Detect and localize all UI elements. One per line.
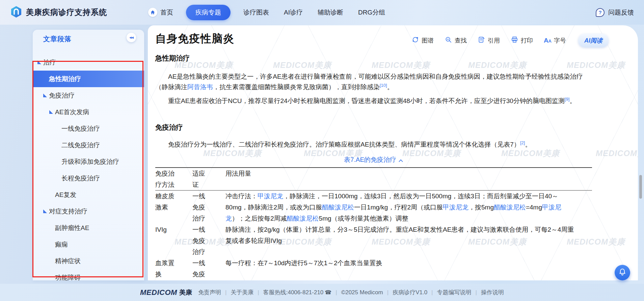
sidebar-item-长程免疫治疗[interactable]: 长程免疫治疗 — [33, 170, 144, 186]
drug-link[interactable]: 龙 — [225, 215, 232, 222]
sidebar-item-label: AE复发 — [55, 191, 76, 199]
scrollbar-thumb[interactable] — [639, 175, 642, 199]
sidebar-item-一线免疫治疗[interactable]: 一线免疫治疗 — [33, 120, 144, 137]
tree-expand-caret-icon[interactable] — [49, 110, 53, 114]
citation-ref[interactable]: [10] — [380, 83, 387, 88]
drug-link[interactable]: 醋酸泼尼松 — [494, 204, 526, 211]
sidebar-item-免疫治疗[interactable]: 免疫治疗 — [33, 87, 144, 104]
sidebar-item-label: 治疗 — [43, 58, 56, 67]
sidebar-item-label: 长程免疫治疗 — [61, 174, 100, 183]
sidebar-collapse-button[interactable]: ◀◀ — [127, 33, 136, 42]
sidebar-item-升级和添加免疫治疗[interactable]: 升级和添加免疫治疗 — [33, 153, 144, 170]
table-row: 糖皮质激素一线免疫治疗冲击疗法：甲泼尼龙，静脉滴注，一日1000mg，连续3日，… — [155, 191, 592, 224]
citation-ref[interactable]: [2] — [520, 140, 525, 145]
ai-assistant-floating-button[interactable] — [615, 265, 630, 280]
app-title: 美康疾病诊疗支持系统 — [26, 7, 107, 18]
sidebar-item-癫痫[interactable]: 癫痫 — [33, 236, 144, 253]
footer-hotline: 客服热线:4006-821-210 — [263, 289, 324, 296]
sidebar-item-label: 二线免疫治疗 — [61, 141, 100, 150]
tree-expand-caret-icon[interactable] — [43, 94, 47, 97]
sidebar-item-急性期治疗[interactable]: 急性期治疗 — [33, 71, 144, 87]
page-title: 自身免疫性脑炎 — [155, 31, 235, 46]
sidebar-item-AE首次发病[interactable]: AE首次发病 — [33, 104, 144, 120]
sidebar-item-副肿瘤性AE[interactable]: 副肿瘤性AE — [33, 220, 144, 236]
app-brand[interactable]: 美康疾病诊疗支持系统 — [10, 5, 107, 20]
feedback-button[interactable]: ? 问题反馈 — [596, 8, 634, 17]
sidebar-title: 文章段落 — [43, 35, 72, 43]
footer-logo-cn: 美康 — [179, 288, 192, 297]
nav-drg[interactable]: DRG分组 — [351, 8, 393, 17]
cell-method: 糖皮质激素 — [155, 191, 192, 224]
paragraph: 免疫治疗分为一线治疗、二线治疗和长程免疫治疗。治疗策略应根据AE抗体类型、病情严… — [155, 139, 592, 150]
nav-charts[interactable]: 诊疗图表 — [236, 8, 276, 17]
sidebar-item-label: 功能障碍 — [55, 273, 81, 281]
find-tool[interactable]: 查找 — [445, 36, 467, 45]
assistant-bell-icon — [618, 268, 627, 278]
footer-separator: | — [258, 289, 259, 296]
app-logo-icon — [10, 5, 22, 20]
drug-link[interactable]: 阿昔洛韦 — [187, 83, 213, 91]
collapse-table-icon — [398, 159, 403, 162]
sidebar-item-label: 升级和添加免疫治疗 — [61, 157, 119, 166]
table-row: IVIg一线免疫治疗静脉滴注，按2g/kg（体重）计算总量，分3～5日完成治疗。… — [155, 224, 592, 257]
cell-usage: 静脉滴注，按2g/kg（体重）计算总量，分3～5日完成治疗。重症AE和复发性AE… — [225, 224, 592, 257]
citation-tool[interactable]: 引用 — [478, 36, 500, 45]
drug-link[interactable]: 醋酸泼尼松 — [287, 215, 319, 222]
sidebar-item-label: AE首次发病 — [55, 108, 89, 117]
table7-caption-link[interactable]: 表7.AE的免疫治疗 — [155, 156, 592, 164]
drug-link[interactable]: 甲泼尼龙 — [443, 204, 468, 211]
sidebar-item-label: 急性期治疗 — [49, 75, 81, 83]
col-header-indication: 适应证 — [192, 168, 225, 191]
footer-separator: | — [387, 289, 388, 296]
sidebar-item-label: 癫痫 — [55, 240, 68, 249]
sidebar-item-label: 一线免疫治疗 — [61, 124, 100, 133]
sidebar-item-精神症状[interactable]: 精神症状 — [33, 253, 144, 269]
sidebar-item-二线免疫治疗[interactable]: 二线免疫治疗 — [33, 137, 144, 153]
article-body: 急性期治疗 AE是急性脑炎的主要类型之一，许多AE患者在进行脑脊液检查前，可能难… — [148, 53, 638, 280]
font-size-icon: AA — [544, 37, 552, 44]
footer-separator: | — [225, 289, 226, 296]
citation-ref[interactable]: [9] — [565, 97, 569, 102]
sidebar-item-AE复发[interactable]: AE复发 — [33, 186, 144, 203]
sidebar-item-label: 副肿瘤性AE — [55, 224, 89, 232]
nav-assist-diagnosis[interactable]: 辅助诊断 — [310, 8, 351, 17]
citation-icon — [478, 36, 485, 45]
article-toolbar: 图谱 查找 引用 — [411, 34, 609, 47]
outline-tree: 治疗急性期治疗免疫治疗AE首次发病一线免疫治疗二线免疫治疗升级和添加免疫治疗长程… — [33, 54, 144, 280]
search-icon — [445, 36, 452, 45]
footer-logo-en: MEDICOM — [140, 288, 177, 297]
footer-disclaimer-link[interactable]: 免责声明 — [198, 289, 221, 296]
tree-expand-caret-icon[interactable] — [43, 209, 47, 213]
drug-link[interactable]: 甲泼尼 — [542, 204, 561, 211]
sidebar-item-label: 对症支持治疗 — [49, 207, 87, 216]
top-navbar: 美康疾病诊疗支持系统 首页 疾病专题 诊疗图表 AI诊疗 辅助诊断 DRG分组 … — [0, 0, 644, 25]
tree-expand-caret-icon[interactable] — [37, 60, 41, 64]
sidebar-item-对症支持治疗[interactable]: 对症支持治疗 — [33, 203, 144, 220]
article-panel: MEDICOM美康MEDICOM美康MEDICOM美康MEDICOM美康MEDI… — [148, 25, 638, 280]
sidebar-item-label: 精神症状 — [55, 257, 81, 266]
nav-home[interactable]: 首页 — [141, 8, 181, 17]
citation-label: 引用 — [488, 36, 500, 45]
table7-caption-text: 表7.AE的免疫治疗 — [344, 156, 396, 163]
drug-link[interactable]: 醋酸泼尼松 — [322, 204, 354, 211]
nav-disease-topics[interactable]: 疾病专题 — [186, 5, 231, 20]
cell-indication: 一线免疫治疗 — [192, 257, 225, 280]
font-size-tool[interactable]: AA 字号 — [544, 36, 566, 45]
sidebar-item-功能障碍[interactable]: 功能障碍 — [33, 269, 144, 280]
footer-separator: | — [431, 289, 433, 296]
paragraph: 重症AE患者应收治于NCU，推荐尽量行24小时长程脑电图监测，昏迷患者建议监测4… — [155, 96, 592, 106]
graph-tool[interactable]: 图谱 — [411, 36, 434, 45]
footer-about-link[interactable]: 关于美康 — [231, 289, 253, 296]
col-header-usage: 用法用量 — [225, 168, 592, 191]
footer-manual-link[interactable]: 操作说明 — [481, 289, 504, 296]
drug-link[interactable]: 甲泼尼龙 — [258, 193, 283, 200]
question-bubble-icon: ? — [596, 8, 605, 17]
sidebar-item-治疗[interactable]: 治疗 — [33, 54, 144, 71]
ai-read-button[interactable]: AI阅读 — [578, 34, 609, 47]
print-tool[interactable]: 打印 — [511, 36, 533, 45]
footer-guide-link[interactable]: 专题编写说明 — [437, 289, 472, 296]
footer-version: 疾病诊疗V1.0 — [393, 289, 427, 296]
col-header-method: 免疫治疗方法 — [155, 168, 192, 191]
article-outline-sidebar: 文章段落 ◀◀ 治疗急性期治疗免疫治疗AE首次发病一线免疫治疗二线免疫治疗升级和… — [33, 30, 144, 280]
nav-ai-diagnosis[interactable]: AI诊疗 — [276, 8, 310, 17]
